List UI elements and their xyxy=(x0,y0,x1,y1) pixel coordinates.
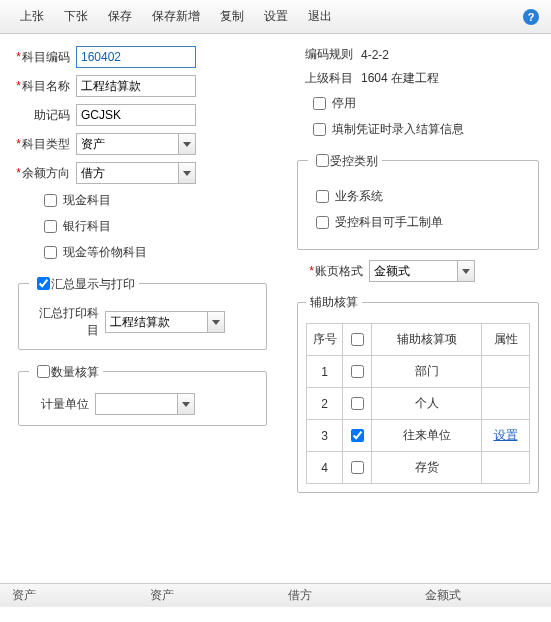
cash-subject-label: 现金科目 xyxy=(63,192,111,209)
parent-value: 1604 在建工程 xyxy=(361,70,439,87)
aux-row-3-config-link[interactable]: 设置 xyxy=(494,428,518,442)
chevron-down-icon[interactable] xyxy=(207,311,225,333)
qty-group: 数量核算 计量单位 xyxy=(18,362,267,426)
chevron-down-icon[interactable] xyxy=(177,393,195,415)
tb-next[interactable]: 下张 xyxy=(54,8,98,25)
aux-col-attr: 属性 xyxy=(482,324,530,356)
bank-subject-label: 银行科目 xyxy=(63,218,111,235)
disabled-label: 停用 xyxy=(332,95,356,112)
voucher-settle-label: 填制凭证时录入结算信息 xyxy=(332,121,464,138)
content: *科目编码 *科目名称 助记码 *科目类型 *余额方向 现金科目 xyxy=(0,34,551,523)
balance-dir-combo[interactable] xyxy=(76,162,196,184)
cash-subject-checkbox[interactable] xyxy=(44,194,57,207)
page-format-value[interactable] xyxy=(369,260,457,282)
manual-voucher-checkbox[interactable] xyxy=(316,216,329,229)
right-column: 编码规则 4-2-2 上级科目 1604 在建工程 停用 填制凭证时录入结算信息… xyxy=(267,46,539,503)
voucher-settle-checkbox[interactable] xyxy=(313,123,326,136)
footer-col-1: 资产 xyxy=(0,587,138,604)
tb-exit[interactable]: 退出 xyxy=(298,8,342,25)
controlled-enable-checkbox[interactable] xyxy=(316,154,329,167)
tb-save[interactable]: 保存 xyxy=(98,8,142,25)
parent-label: 上级科目 xyxy=(297,70,361,87)
aux-row-1-checkbox[interactable] xyxy=(351,365,364,378)
tb-prev[interactable]: 上张 xyxy=(10,8,54,25)
controlled-group: 受控类别 业务系统 受控科目可手工制单 xyxy=(297,151,539,250)
coding-rule-value: 4-2-2 xyxy=(361,48,389,62)
uom-value[interactable] xyxy=(95,393,177,415)
subject-type-value[interactable] xyxy=(76,133,178,155)
coding-rule-label: 编码规则 xyxy=(297,46,361,63)
chevron-down-icon[interactable] xyxy=(178,162,196,184)
qty-enable-checkbox[interactable] xyxy=(37,365,50,378)
aux-col-seq: 序号 xyxy=(307,324,343,356)
page-format-label: 账页格式 xyxy=(315,264,363,278)
aux-table: 序号 辅助核算项 属性 1 部门 2 个人 xyxy=(306,323,530,484)
aux-row-2-checkbox[interactable] xyxy=(351,397,364,410)
mnemonic-input[interactable] xyxy=(76,104,196,126)
help-icon[interactable]: ? xyxy=(523,9,539,25)
summary-subject-value[interactable] xyxy=(105,311,207,333)
biz-system-label: 业务系统 xyxy=(335,188,383,205)
balance-dir-value[interactable] xyxy=(76,162,178,184)
qty-group-title: 数量核算 xyxy=(51,365,99,379)
tb-settings[interactable]: 设置 xyxy=(254,8,298,25)
controlled-group-title: 受控类别 xyxy=(330,154,378,168)
summary-subject-combo[interactable] xyxy=(105,311,225,333)
bank-subject-checkbox[interactable] xyxy=(44,220,57,233)
cash-eq-checkbox[interactable] xyxy=(44,246,57,259)
balance-dir-label: 余额方向 xyxy=(22,166,70,180)
mnemonic-label: 助记码 xyxy=(34,108,70,122)
table-row: 4 存货 xyxy=(307,452,530,484)
chevron-down-icon[interactable] xyxy=(457,260,475,282)
cash-eq-label: 现金等价物科目 xyxy=(63,244,147,261)
footer-col-4: 金额式 xyxy=(413,587,551,604)
subject-type-combo[interactable] xyxy=(76,133,196,155)
summary-group-title: 汇总显示与打印 xyxy=(51,277,135,291)
manual-voucher-label: 受控科目可手工制单 xyxy=(335,214,443,231)
disabled-checkbox[interactable] xyxy=(313,97,326,110)
aux-group-title: 辅助核算 xyxy=(310,295,358,309)
left-column: *科目编码 *科目名称 助记码 *科目类型 *余额方向 现金科目 xyxy=(12,46,267,503)
subject-code-input[interactable] xyxy=(76,46,196,68)
aux-row-3-checkbox[interactable] xyxy=(351,429,364,442)
footer-col-3: 借方 xyxy=(276,587,414,604)
footer-col-2: 资产 xyxy=(138,587,276,604)
summary-group: 汇总显示与打印 汇总打印科目 xyxy=(18,274,267,350)
uom-label: 计量单位 xyxy=(41,397,89,411)
subject-type-label: 科目类型 xyxy=(22,137,70,151)
table-row: 1 部门 xyxy=(307,356,530,388)
summary-enable-checkbox[interactable] xyxy=(37,277,50,290)
tb-copy[interactable]: 复制 xyxy=(210,8,254,25)
page-format-combo[interactable] xyxy=(369,260,475,282)
footer-bar: 资产 资产 借方 金额式 xyxy=(0,583,551,607)
aux-check-all[interactable] xyxy=(351,333,364,346)
aux-row-4-checkbox[interactable] xyxy=(351,461,364,474)
aux-group: 辅助核算 序号 辅助核算项 属性 1 部门 2 个人 xyxy=(297,294,539,493)
table-row: 3 往来单位 设置 xyxy=(307,420,530,452)
tb-save-add[interactable]: 保存新增 xyxy=(142,8,210,25)
summary-subject-label: 汇总打印科目 xyxy=(39,306,99,337)
table-row: 2 个人 xyxy=(307,388,530,420)
chevron-down-icon[interactable] xyxy=(178,133,196,155)
subject-name-label: 科目名称 xyxy=(22,79,70,93)
toolbar: 上张 下张 保存 保存新增 复制 设置 退出 ? xyxy=(0,0,551,34)
subject-name-input[interactable] xyxy=(76,75,196,97)
biz-system-checkbox[interactable] xyxy=(316,190,329,203)
subject-code-label: 科目编码 xyxy=(22,50,70,64)
aux-col-item: 辅助核算项 xyxy=(372,324,482,356)
uom-combo[interactable] xyxy=(95,393,195,415)
